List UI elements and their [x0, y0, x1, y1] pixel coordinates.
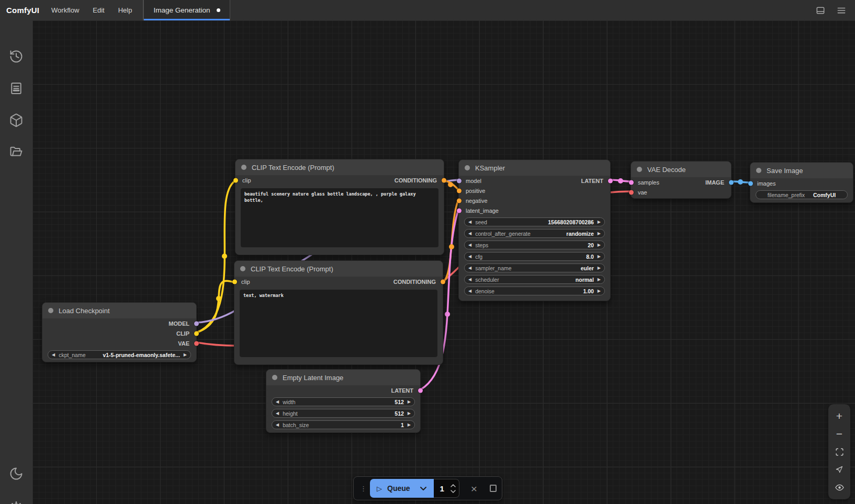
output-dot-vae[interactable] — [194, 341, 199, 346]
decrement-icon[interactable] — [451, 490, 456, 493]
decrement-arrow-icon[interactable]: ◀ — [52, 353, 55, 357]
increment-arrow-icon[interactable]: ▶ — [408, 423, 411, 427]
node-header[interactable]: VAE Decode — [631, 162, 731, 177]
input-dot-clip[interactable] — [233, 178, 238, 182]
menu-edit[interactable]: Edit — [86, 6, 111, 14]
node-canvas[interactable] — [32, 20, 855, 504]
node-clip-text-encode-positive[interactable]: CLIP Text Encode (Prompt) clip CONDITION… — [235, 159, 444, 255]
decrement-arrow-icon[interactable]: ◀ — [468, 243, 471, 247]
tab-image-generation[interactable]: Image Generation — [143, 0, 230, 20]
decrement-arrow-icon[interactable]: ◀ — [276, 400, 279, 404]
decrement-arrow-icon[interactable]: ◀ — [276, 411, 279, 416]
menu-help[interactable]: Help — [111, 6, 139, 14]
zoom-in-icon[interactable]: + — [832, 409, 847, 423]
output-dot-latent[interactable] — [418, 388, 423, 393]
clear-queue-icon[interactable]: × — [471, 483, 477, 494]
batch-size-widget[interactable]: ◀ batch_size 1 ▶ — [272, 420, 415, 429]
collapse-dot[interactable] — [241, 165, 246, 170]
collapse-dot[interactable] — [756, 168, 761, 173]
input-dot-model[interactable] — [457, 178, 462, 183]
collapse-dot[interactable] — [240, 266, 245, 271]
output-dot-conditioning[interactable] — [442, 178, 446, 182]
input-dot-vae[interactable] — [629, 190, 634, 194]
width-widget[interactable]: ◀ width 512 ▶ — [272, 397, 415, 406]
select-mode-icon[interactable] — [832, 462, 847, 477]
decrement-arrow-icon[interactable]: ◀ — [468, 289, 471, 293]
input-dot-latent-image[interactable] — [457, 208, 462, 213]
increment-icon[interactable] — [451, 484, 456, 487]
model-library-icon[interactable] — [9, 113, 24, 128]
control-after-generate-widget[interactable]: ◀ control_after_generate randomize ▶ — [464, 229, 605, 238]
height-widget[interactable]: ◀ height 512 ▶ — [272, 409, 415, 418]
increment-arrow-icon[interactable]: ▶ — [598, 278, 601, 282]
node-ksampler[interactable]: KSampler model LATENT positive negative … — [458, 159, 611, 301]
node-header[interactable]: Save Image — [750, 163, 853, 178]
node-vae-decode[interactable]: VAE Decode samples IMAGE vae — [631, 161, 732, 199]
output-dot-clip[interactable] — [194, 331, 199, 336]
increment-arrow-icon[interactable]: ▶ — [598, 289, 601, 293]
node-header[interactable]: CLIP Text Encode (Prompt) — [235, 159, 444, 175]
node-empty-latent-image[interactable]: Empty Latent Image LATENT ◀ width 512 ▶ … — [266, 369, 421, 433]
seed-widget[interactable]: ◀ seed 156680208700286 ▶ — [464, 217, 605, 226]
decrement-arrow-icon[interactable]: ◀ — [468, 232, 471, 236]
workflows-folder-icon[interactable] — [9, 145, 24, 159]
increment-arrow-icon[interactable]: ▶ — [184, 353, 187, 357]
stop-icon[interactable] — [490, 485, 497, 492]
input-dot-samples[interactable] — [629, 180, 634, 185]
node-header[interactable]: CLIP Text Encode (Prompt) — [234, 261, 443, 277]
theme-moon-icon[interactable] — [9, 466, 24, 481]
fit-view-icon[interactable] — [832, 444, 847, 459]
queue-list-icon[interactable] — [9, 81, 24, 96]
ckpt-name-widget[interactable]: ◀ ckpt_name v1-5-pruned-emaonly.safete..… — [48, 350, 191, 359]
increment-arrow-icon[interactable]: ▶ — [598, 232, 601, 236]
steps-widget[interactable]: ◀ steps 20 ▶ — [464, 240, 605, 249]
collapse-dot[interactable] — [272, 375, 277, 380]
comfyui-logo[interactable]: ComfyUI — [6, 6, 39, 15]
menu-workflow[interactable]: Workflow — [44, 6, 86, 14]
main-menu-icon[interactable] — [836, 5, 847, 16]
prompt-textarea[interactable]: beautiful scenery nature glass bottle la… — [241, 188, 438, 247]
workflow-history-icon[interactable] — [9, 49, 24, 64]
input-dot-negative[interactable] — [457, 198, 462, 203]
node-save-image[interactable]: Save Image images filename_prefix ComfyU… — [750, 162, 853, 203]
node-clip-text-encode-negative[interactable]: CLIP Text Encode (Prompt) clip CONDITION… — [234, 260, 443, 365]
increment-arrow-icon[interactable]: ▶ — [598, 220, 601, 224]
decrement-arrow-icon[interactable]: ◀ — [468, 278, 471, 282]
chevron-down-icon[interactable] — [420, 486, 427, 491]
input-dot-clip[interactable] — [232, 279, 237, 284]
collapse-dot[interactable] — [637, 167, 642, 172]
collapse-dot[interactable] — [48, 308, 53, 313]
batch-count-field[interactable]: 1 — [434, 479, 459, 498]
bottom-panel-toggle-icon[interactable] — [815, 5, 826, 16]
increment-arrow-icon[interactable]: ▶ — [598, 255, 601, 259]
increment-arrow-icon[interactable]: ▶ — [408, 400, 411, 404]
output-dot-model[interactable] — [194, 321, 199, 326]
filename-prefix-widget[interactable]: filename_prefix ComfyUI — [756, 190, 848, 199]
collapse-dot[interactable] — [465, 165, 470, 170]
sampler-name-widget[interactable]: ◀ sampler_name euler ▶ — [464, 264, 605, 272]
denoise-widget[interactable]: ◀ denoise 1.00 ▶ — [464, 287, 605, 295]
output-dot-latent[interactable] — [608, 178, 613, 183]
node-header[interactable]: KSampler — [459, 160, 610, 176]
zoom-out-icon[interactable]: − — [832, 427, 847, 441]
settings-gear-icon[interactable] — [9, 500, 24, 504]
toggle-link-visibility-icon[interactable] — [832, 480, 847, 495]
input-dot-images[interactable] — [748, 181, 753, 186]
prompt-textarea[interactable]: text, watermark — [240, 290, 437, 357]
output-dot-conditioning[interactable] — [441, 279, 445, 284]
node-header[interactable]: Load Checkpoint — [42, 303, 196, 318]
input-dot-positive[interactable] — [457, 188, 462, 193]
increment-arrow-icon[interactable]: ▶ — [598, 266, 601, 270]
node-header[interactable]: Empty Latent Image — [266, 370, 420, 385]
decrement-arrow-icon[interactable]: ◀ — [468, 255, 471, 259]
queue-run-button[interactable]: ▷ Queue — [370, 479, 434, 498]
node-load-checkpoint[interactable]: Load Checkpoint MODEL CLIP VAE ◀ ckpt_na… — [42, 302, 197, 362]
cfg-widget[interactable]: ◀ cfg 8.0 ▶ — [464, 252, 605, 261]
scheduler-widget[interactable]: ◀ scheduler normal ▶ — [464, 275, 605, 284]
decrement-arrow-icon[interactable]: ◀ — [276, 423, 279, 427]
increment-arrow-icon[interactable]: ▶ — [408, 411, 411, 416]
drag-handle-icon[interactable]: ⋮ — [360, 485, 367, 492]
output-dot-image[interactable] — [729, 180, 734, 185]
decrement-arrow-icon[interactable]: ◀ — [468, 220, 471, 224]
increment-arrow-icon[interactable]: ▶ — [598, 243, 601, 247]
